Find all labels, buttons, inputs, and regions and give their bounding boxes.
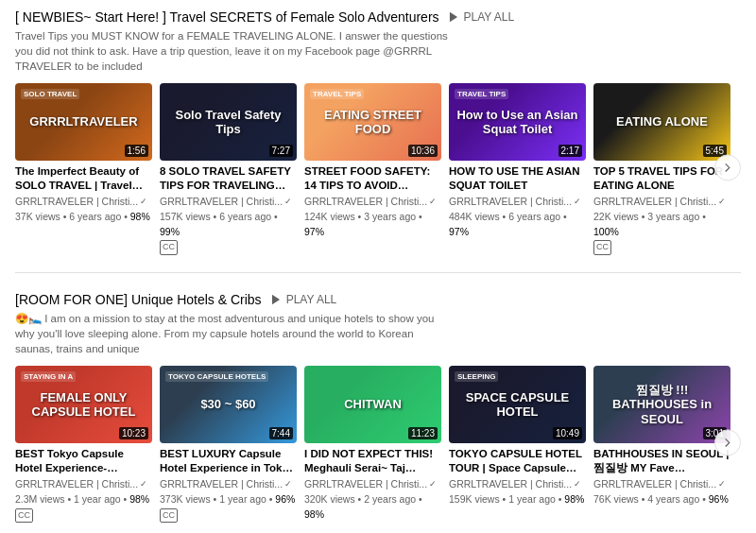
thumb-text-v2: Solo Travel Safety Tips bbox=[160, 104, 297, 141]
video-channel-h1: GRRLTRAVELER | Christi... ✓ bbox=[15, 477, 152, 492]
section-solo-travel: [ NEWBIES~ Start Here! ] Travel SECRETS … bbox=[0, 0, 756, 263]
video-meta-h3: GRRLTRAVELER | Christi... ✓ 320K views •… bbox=[304, 477, 441, 522]
video-meta-h2: GRRLTRAVELER | Christi... ✓ 373K views •… bbox=[160, 477, 297, 523]
verified-icon-h1: ✓ bbox=[140, 478, 147, 491]
thumb-text-h1: FEMALE ONLY CAPSULE HOTEL bbox=[15, 387, 152, 423]
video-card-h4[interactable]: SLEEPING SPACE CAPSULE HOTEL 10:49 TOKYO… bbox=[449, 366, 586, 530]
thumbnail-h1: STAYING IN A FEMALE ONLY CAPSULE HOTEL 1… bbox=[15, 366, 152, 443]
video-title-v3: STREET FOOD SAFETY: 14 TIPS TO AVOID GET… bbox=[304, 164, 441, 193]
verified-icon-v4: ✓ bbox=[574, 196, 581, 209]
video-card-h1[interactable]: STAYING IN A FEMALE ONLY CAPSULE HOTEL 1… bbox=[15, 366, 152, 530]
duration-h3: 11:23 bbox=[408, 427, 438, 439]
video-stats-v4: 484K views • 6 years ago • 97% bbox=[449, 210, 586, 240]
video-card-v2[interactable]: Solo Travel Safety Tips 7:27 8 SOLO TRAV… bbox=[160, 83, 297, 263]
chevron-next-hotels[interactable] bbox=[714, 430, 741, 456]
video-title-v1: The Imperfect Beauty of SOLO TRAVEL | Tr… bbox=[15, 164, 152, 193]
video-channel-h5: GRRLTRAVELER | Christi... ✓ bbox=[593, 477, 730, 492]
cc-badge: CC bbox=[160, 240, 178, 255]
video-meta-h4: GRRLTRAVELER | Christi... ✓ 159K views •… bbox=[449, 477, 586, 507]
video-card-v1[interactable]: SOLO TRAVEL GRRRLTRAVELER 1:56 The Imper… bbox=[15, 83, 152, 263]
thumb-text-h4: SPACE CAPSULE HOTEL bbox=[449, 387, 586, 423]
section-header-solo: [ NEWBIES~ Start Here! ] Travel SECRETS … bbox=[15, 9, 741, 25]
thumbnail-v1: SOLO TRAVEL GRRRLTRAVELER 1:56 bbox=[15, 83, 152, 161]
play-icon-solo bbox=[447, 10, 460, 24]
svg-marker-0 bbox=[449, 12, 456, 23]
video-stats-h4: 159K views • 1 year ago • 98% bbox=[449, 492, 586, 507]
video-card-v4[interactable]: TRAVEL TIPS How to Use an Asian Squat To… bbox=[449, 83, 586, 263]
video-meta-v5: GRRLTRAVELER | Christi... ✓ 22K views • … bbox=[593, 195, 730, 255]
channel-name-h5: GRRLTRAVELER | Christi... bbox=[593, 477, 716, 492]
channel-name-h4: GRRLTRAVELER | Christi... bbox=[449, 477, 572, 492]
video-card-v3[interactable]: TRAVEL TIPS EATING STREET FOOD 10:36 STR… bbox=[304, 83, 441, 263]
video-card-h3[interactable]: CHITWAN 11:23 I DID NOT EXPECT THIS! Meg… bbox=[304, 366, 441, 530]
video-stats-h3: 320K views • 2 years ago • 98% bbox=[304, 492, 441, 523]
duration-h2: 7:44 bbox=[269, 427, 293, 439]
video-info-v4: HOW TO USE THE ASIAN SQUAT TOILET GRRLTR… bbox=[449, 161, 586, 247]
section-desc-solo: Travel Tips you MUST KNOW for a FEMALE T… bbox=[15, 28, 450, 74]
video-info-h4: TOKYO CAPSULE HOTEL TOUR | Space Capsule… bbox=[449, 443, 586, 514]
video-card-v5[interactable]: EATING ALONE 5:45 TOP 5 TRAVEL TIPS FOR … bbox=[593, 83, 730, 263]
video-info-h2: BEST LUXURY Capsule Hotel Experience in … bbox=[160, 443, 297, 530]
video-title-h2: BEST LUXURY Capsule Hotel Experience in … bbox=[160, 447, 297, 475]
duration-v1: 1:56 bbox=[125, 145, 148, 157]
chevron-next-solo[interactable] bbox=[714, 154, 741, 181]
video-meta-v1: GRRLTRAVELER | Christi... ✓ 37K views • … bbox=[15, 195, 152, 225]
video-stats-v3: 124K views • 3 years ago • 97% bbox=[304, 210, 441, 240]
svg-marker-1 bbox=[272, 295, 280, 305]
video-stats-h1: 2.3M views • 1 year ago • 98% bbox=[15, 492, 152, 507]
video-stats-v2: 157K views • 6 years ago • 99% bbox=[160, 210, 297, 240]
thumbnail-v3: TRAVEL TIPS EATING STREET FOOD 10:36 bbox=[304, 83, 441, 161]
section-header-hotels: [ROOM FOR ONE] Unique Hotels & Cribs PLA… bbox=[15, 292, 741, 307]
thumb-text-v4: How to Use an Asian Squat Toilet bbox=[449, 104, 586, 141]
play-all-btn-solo[interactable]: PLAY ALL bbox=[447, 10, 515, 24]
channel-name-v3: GRRLTRAVELER | Christi... bbox=[304, 195, 427, 210]
video-card-h5[interactable]: 찜질방 !!! BATHHOUSES in SEOUL 3:01 BATHHOU… bbox=[593, 366, 730, 530]
hotels-videos-list: STAYING IN A FEMALE ONLY CAPSULE HOTEL 1… bbox=[15, 366, 741, 530]
verified-icon-v1: ✓ bbox=[140, 196, 147, 209]
video-info-v2: 8 SOLO TRAVEL SAFETY TIPS FOR TRAVELING … bbox=[160, 161, 297, 263]
video-info-h5: BATHHOUSES IN SEOUL | 찜질방 MY Fave JJIMJI… bbox=[593, 443, 730, 514]
thumbnail-v5: EATING ALONE 5:45 bbox=[593, 83, 730, 161]
channel-name-v2: GRRLTRAVELER | Christi... bbox=[160, 195, 283, 210]
thumbnail-v4: TRAVEL TIPS How to Use an Asian Squat To… bbox=[449, 83, 586, 161]
video-title-h4: TOKYO CAPSULE HOTEL TOUR | Space Capsule… bbox=[449, 447, 586, 475]
video-channel-v4: GRRLTRAVELER | Christi... ✓ bbox=[449, 195, 586, 210]
video-info-h3: I DID NOT EXPECT THIS! Meghauli Serai~ T… bbox=[304, 443, 441, 529]
video-channel-h4: GRRLTRAVELER | Christi... ✓ bbox=[449, 477, 586, 492]
thumb-text-v3: EATING STREET FOOD bbox=[304, 104, 441, 141]
video-meta-h5: GRRLTRAVELER | Christi... ✓ 76K views • … bbox=[593, 477, 730, 507]
video-meta-v3: GRRLTRAVELER | Christi... ✓ 124K views •… bbox=[304, 195, 441, 239]
play-all-label-hotels: PLAY ALL bbox=[286, 293, 337, 306]
channel-name-v5: GRRLTRAVELER | Christi... bbox=[593, 195, 716, 210]
page-container: [ NEWBIES~ Start Here! ] Travel SECRETS … bbox=[0, 0, 756, 533]
cc-badge: CC bbox=[15, 508, 33, 524]
solo-videos-list: SOLO TRAVEL GRRRLTRAVELER 1:56 The Imper… bbox=[15, 83, 741, 263]
verified-icon-h5: ✓ bbox=[718, 478, 726, 491]
video-stats-h5: 76K views • 4 years ago • 96% bbox=[593, 492, 730, 507]
duration-h4: 10:49 bbox=[553, 427, 582, 439]
thumbnail-h3: CHITWAN 11:23 bbox=[304, 366, 441, 443]
section-title-hotels: [ROOM FOR ONE] Unique Hotels & Cribs bbox=[15, 292, 262, 307]
thumbnail-h5: 찜질방 !!! BATHHOUSES in SEOUL 3:01 bbox=[593, 366, 730, 443]
thumb-text-h2: $30 ~ $60 bbox=[197, 393, 259, 416]
verified-icon-h4: ✓ bbox=[574, 478, 581, 491]
video-channel-v2: GRRLTRAVELER | Christi... ✓ bbox=[160, 195, 297, 210]
thumb-text-h3: CHITWAN bbox=[340, 393, 405, 416]
verified-icon-h2: ✓ bbox=[284, 478, 292, 491]
video-info-v5: TOP 5 TRAVEL TIPS FOR EATING ALONE GRRLT… bbox=[593, 161, 730, 263]
thumbnail-h2: TOKYO CAPSULE HOTELS $30 ~ $60 7:44 bbox=[160, 366, 297, 443]
thumbnail-v2: Solo Travel Safety Tips 7:27 bbox=[160, 83, 297, 161]
cc-badge: CC bbox=[593, 240, 611, 255]
video-card-h2[interactable]: TOKYO CAPSULE HOTELS $30 ~ $60 7:44 BEST… bbox=[160, 366, 297, 530]
cc-badge: CC bbox=[160, 508, 178, 524]
play-all-btn-hotels[interactable]: PLAY ALL bbox=[269, 293, 337, 306]
duration-v4: 2:17 bbox=[558, 145, 582, 157]
video-channel-h2: GRRLTRAVELER | Christi... ✓ bbox=[160, 477, 297, 492]
video-title-v5: TOP 5 TRAVEL TIPS FOR EATING ALONE bbox=[593, 164, 730, 193]
video-stats-v5: 22K views • 3 years ago • 100% bbox=[593, 210, 730, 240]
channel-name-h2: GRRLTRAVELER | Christi... bbox=[160, 477, 283, 492]
videos-row-solo: SOLO TRAVEL GRRRLTRAVELER 1:56 The Imper… bbox=[15, 83, 741, 263]
video-meta-v4: GRRLTRAVELER | Christi... ✓ 484K views •… bbox=[449, 195, 586, 239]
play-icon-hotels bbox=[269, 293, 283, 306]
section-desc-hotels: 😍🛌 I am on a mission to stay at the most… bbox=[15, 311, 450, 356]
